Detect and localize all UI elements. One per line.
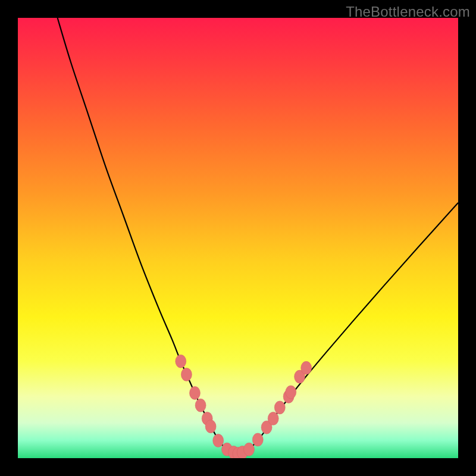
- data-dot: [189, 386, 200, 399]
- data-dot: [301, 361, 312, 374]
- gradient-background: [18, 18, 458, 458]
- data-dot: [181, 368, 192, 381]
- data-dot: [252, 433, 263, 446]
- data-dot: [286, 386, 296, 399]
- data-dot: [244, 443, 255, 456]
- data-dot: [274, 401, 285, 414]
- bottleneck-plot: [18, 18, 458, 458]
- data-dot: [205, 420, 216, 433]
- data-dot: [213, 434, 224, 447]
- data-dot: [268, 412, 278, 425]
- data-dot: [195, 399, 206, 412]
- chart-frame: TheBottleneck.com: [0, 0, 476, 476]
- data-dot: [176, 355, 186, 368]
